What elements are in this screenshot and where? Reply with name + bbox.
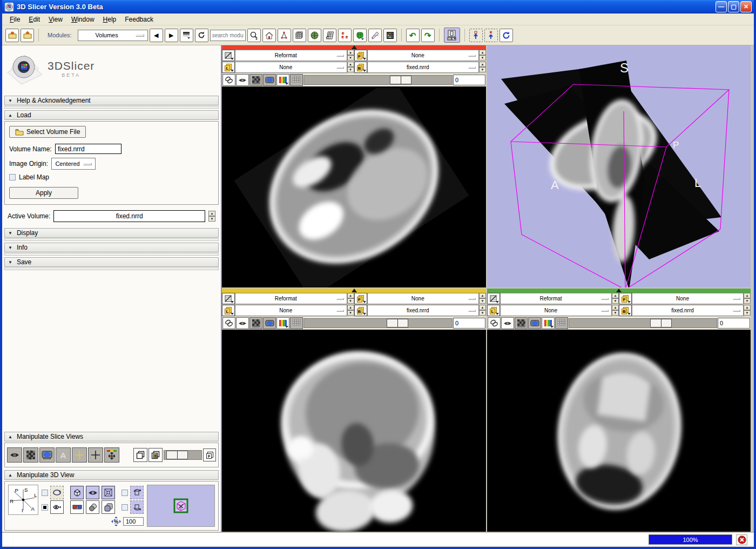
slice-visibility-icon[interactable] <box>236 317 249 329</box>
slice-opacity-button[interactable] <box>23 447 38 463</box>
look-from-checkbox[interactable] <box>42 504 48 511</box>
navigation-preview[interactable] <box>147 485 215 527</box>
fit-to-window-icon[interactable] <box>263 317 276 329</box>
menu-edit[interactable]: Edit <box>24 14 44 25</box>
save-scene-button[interactable] <box>21 29 34 42</box>
link-slices-icon[interactable] <box>222 74 235 86</box>
red-label-spinner[interactable]: ▲▼ <box>347 62 354 73</box>
label-map-checkbox[interactable] <box>9 174 16 180</box>
green-label-menu[interactable]: None <box>500 305 612 316</box>
red-background-menu[interactable]: fixed.nrrd <box>367 62 480 73</box>
green-reformat-menu[interactable]: Reformat <box>500 293 612 304</box>
module-next-button[interactable]: ▶ <box>165 29 178 42</box>
zoom-mode-button[interactable] <box>102 500 115 514</box>
slider-handle[interactable] <box>387 319 408 327</box>
menu-help[interactable]: Help <box>99 14 121 25</box>
home-button[interactable] <box>262 29 276 42</box>
red-slice-image[interactable] <box>222 88 486 287</box>
editor-module-button[interactable] <box>353 29 367 42</box>
reformat-icon[interactable] <box>222 50 235 61</box>
foreground-layer-icon[interactable]: F <box>354 293 367 304</box>
active-volume-selector[interactable]: fixed.nrrd <box>53 210 205 222</box>
background-layer-icon[interactable]: B <box>354 62 367 73</box>
slider-handle[interactable] <box>390 76 411 84</box>
compare-slider[interactable] <box>164 450 202 460</box>
fiducial-add-button[interactable] <box>469 29 483 42</box>
section-manipulate-3d-view[interactable]: ▲Manipulate 3D View <box>4 470 219 480</box>
label-opacity-icon[interactable] <box>515 317 528 329</box>
menu-file[interactable]: File <box>5 14 24 25</box>
slice-fit-window-button[interactable] <box>39 447 55 463</box>
module-history-button[interactable] <box>180 29 193 42</box>
modules-dropdown[interactable]: Volumes <box>78 30 148 41</box>
colormap-icon[interactable] <box>276 74 289 86</box>
lightbox-icon[interactable] <box>555 317 568 329</box>
active-volume-spinner[interactable]: ▲▼ <box>208 211 215 222</box>
yellow-reformat-spinner[interactable]: ▲▼ <box>347 293 354 304</box>
section-save[interactable]: ▼Save <box>4 257 219 267</box>
load-scene-button[interactable] <box>5 29 19 42</box>
green-foreground-menu[interactable]: None <box>632 293 744 304</box>
screen-refresh-button[interactable] <box>500 29 513 42</box>
green-background-menu[interactable]: fixed.nrrd <box>632 305 744 316</box>
red-slice-offset-slider[interactable] <box>303 75 453 85</box>
slice-visibility-icon[interactable] <box>236 74 249 86</box>
section-display[interactable]: ▼Display <box>4 228 219 238</box>
colormap-icon[interactable] <box>276 317 289 329</box>
label-layer-icon[interactable]: L <box>222 305 235 316</box>
green-slice-offset-slider[interactable] <box>569 318 717 328</box>
red-reformat-spinner[interactable]: ▲▼ <box>347 50 354 61</box>
label-opacity-icon[interactable] <box>249 317 262 329</box>
fiducial-seeds-button[interactable] <box>338 29 352 42</box>
label-layer-icon[interactable]: L <box>487 305 500 316</box>
pitch-down-button[interactable] <box>130 500 144 514</box>
red-foreground-menu[interactable]: None <box>367 50 480 61</box>
maximize-button[interactable]: ▢ <box>728 1 739 12</box>
section-info[interactable]: ▼Info <box>4 243 219 252</box>
pitch-checkbox[interactable] <box>122 504 128 511</box>
menu-feedback[interactable]: Feedback <box>120 14 158 25</box>
volumes-module-button[interactable] <box>293 29 306 42</box>
red-background-spinner[interactable]: ▲▼ <box>479 62 486 73</box>
green-offset-field[interactable] <box>718 318 750 329</box>
section-manipulate-slice-views[interactable]: ▲Manipulate Slice Views <box>4 432 219 441</box>
yellow-background-spinner[interactable]: ▲▼ <box>479 305 486 316</box>
slider-handle[interactable] <box>650 319 672 327</box>
axis-orientation-widget[interactable]: S P L R A I <box>8 485 38 515</box>
section-load[interactable]: ▲Load <box>4 110 219 120</box>
rotate-mode-button[interactable] <box>86 500 99 514</box>
menu-view[interactable]: View <box>44 14 67 25</box>
yellow-label-menu[interactable]: None <box>235 305 347 316</box>
foreground-layer-icon[interactable]: F <box>354 50 367 61</box>
slice-spatial-units-button[interactable] <box>104 447 119 463</box>
close-button[interactable]: ✕ <box>740 1 752 12</box>
yellow-background-menu[interactable]: fixed.nrrd <box>367 305 480 316</box>
slice-visibility-icon[interactable] <box>501 317 514 329</box>
red-foreground-spinner[interactable]: ▲▼ <box>479 50 486 61</box>
fit-to-window-icon[interactable] <box>263 74 276 86</box>
green-foreground-spinner[interactable]: ▲▼ <box>744 293 751 304</box>
yellow-view-bar[interactable] <box>222 289 486 293</box>
compare-background-button[interactable]: B <box>148 448 163 462</box>
background-layer-icon[interactable]: B <box>354 305 367 316</box>
red-label-menu[interactable]: None <box>235 62 347 73</box>
rock-checkbox[interactable] <box>122 490 128 496</box>
transforms-module-button[interactable] <box>323 29 336 42</box>
undo-button[interactable]: ↶ <box>406 29 420 42</box>
lightbox-icon[interactable] <box>290 317 303 329</box>
yellow-foreground-menu[interactable]: None <box>367 293 480 304</box>
yellow-reformat-menu[interactable]: Reformat <box>235 293 347 304</box>
background-layer-icon[interactable]: B <box>619 305 632 316</box>
red-view-bar[interactable] <box>222 45 486 50</box>
slice-visibility-button[interactable] <box>7 447 22 463</box>
label-layer-icon[interactable]: L <box>222 62 235 73</box>
rotate-view-button[interactable] <box>50 486 64 499</box>
yellow-label-spinner[interactable]: ▲▼ <box>347 305 354 316</box>
module-search-button[interactable] <box>247 29 261 42</box>
yellow-foreground-spinner[interactable]: ▲▼ <box>479 293 486 304</box>
colormap-icon[interactable] <box>542 317 555 329</box>
fiducial-star-button[interactable] <box>484 29 498 42</box>
orthographic-projection-button[interactable] <box>70 486 84 499</box>
look-from-button[interactable] <box>50 500 64 514</box>
link-slices-icon[interactable] <box>488 317 501 329</box>
